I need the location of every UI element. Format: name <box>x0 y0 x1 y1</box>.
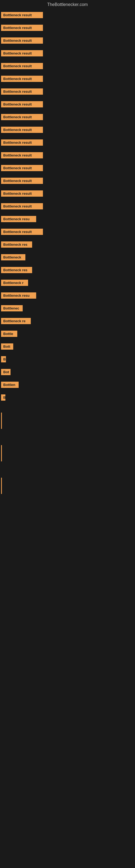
bottleneck-bar-17: Bottleneck result <box>1 229 43 235</box>
bottleneck-bar-7: Bottleneck result <box>1 101 43 107</box>
vertical-line-1 <box>1 412 2 429</box>
bar-row-0: Bottleneck result <box>0 9 135 22</box>
bar-row-7: Bottleneck result <box>0 98 135 111</box>
spacer-3 <box>0 461 135 478</box>
bar-row-23: Bottlenec <box>0 303 135 315</box>
bar-row-5: Bottleneck result <box>0 73 135 86</box>
bar-row-25: Bottle <box>0 328 135 341</box>
bottleneck-bar-3: Bottleneck result <box>1 50 43 56</box>
bar-row-30: B <box>0 392 135 404</box>
bar-row-15: Bottleneck result <box>0 200 135 213</box>
bottleneck-bar-15: Bottleneck result <box>1 203 43 209</box>
bottleneck-bar-23: Bottlenec <box>1 305 23 311</box>
bottleneck-bar-8: Bottleneck result <box>1 114 43 120</box>
site-title: TheBottlenecker.com <box>0 0 135 9</box>
bottleneck-bar-13: Bottleneck result <box>1 178 43 184</box>
bar-row-28: Bot <box>0 366 135 379</box>
bar-row-16: Bottleneck resu <box>0 213 135 226</box>
bottleneck-bar-6: Bottleneck result <box>1 88 43 95</box>
bottleneck-bar-0: Bottleneck result <box>1 12 43 18</box>
bar-row-13: Bottleneck result <box>0 175 135 188</box>
bottleneck-bar-19: Bottleneck <box>1 254 26 260</box>
spacer-1 <box>0 404 135 412</box>
bottleneck-bar-22: Bottleneck resu <box>1 292 36 299</box>
bar-row-9: Bottleneck result <box>0 124 135 137</box>
bar-row-17: Bottleneck result <box>0 226 135 239</box>
bar-row-20: Bottleneck res <box>0 264 135 277</box>
bottleneck-bar-24: Bottleneck re <box>1 318 31 324</box>
bottleneck-bar-16: Bottleneck resu <box>1 216 36 222</box>
bottleneck-bar-4: Bottleneck result <box>1 63 43 69</box>
bottleneck-bar-12: Bottleneck result <box>1 165 43 171</box>
bar-row-11: Bottleneck result <box>0 150 135 162</box>
bar-row-19: Bottleneck <box>0 251 135 264</box>
bottleneck-bar-9: Bottleneck result <box>1 127 43 133</box>
bar-row-18: Bottleneck res <box>0 239 135 251</box>
bottleneck-bar-11: Bottleneck result <box>1 152 43 158</box>
vertical-line-3 <box>1 478 2 494</box>
bar-row-29: Bottlen <box>0 379 135 392</box>
bottleneck-bar-20: Bottleneck res <box>1 267 32 273</box>
bars-container: Bottleneck resultBottleneck resultBottle… <box>0 9 135 404</box>
bar-row-26: Bott <box>0 341 135 353</box>
bottleneck-bar-28: Bot <box>1 369 10 375</box>
bar-row-12: Bottleneck result <box>0 162 135 175</box>
bottleneck-bar-10: Bottleneck result <box>1 140 43 146</box>
bar-row-8: Bottleneck result <box>0 111 135 124</box>
bottleneck-bar-26: Bott <box>1 343 13 350</box>
bottleneck-bar-2: Bottleneck result <box>1 37 43 44</box>
bottleneck-bar-30: B <box>1 394 5 401</box>
bar-row-6: Bottleneck result <box>0 86 135 98</box>
bottleneck-bar-29: Bottlen <box>1 382 18 388</box>
bar-row-3: Bottleneck result <box>0 48 135 60</box>
bar-row-14: Bottleneck result <box>0 188 135 200</box>
bar-row-2: Bottleneck result <box>0 35 135 48</box>
bottleneck-bar-14: Bottleneck result <box>1 190 43 197</box>
bottleneck-bar-25: Bottle <box>1 331 17 337</box>
bar-row-1: Bottleneck result <box>0 22 135 35</box>
vertical-line-2 <box>1 445 2 461</box>
bar-row-27: B <box>0 353 135 366</box>
bottleneck-bar-1: Bottleneck result <box>1 25 43 31</box>
bottleneck-bar-5: Bottleneck result <box>1 76 43 82</box>
bar-row-24: Bottleneck re <box>0 315 135 328</box>
bar-row-21: Bottleneck r <box>0 277 135 290</box>
bottleneck-bar-27: B <box>1 356 6 362</box>
bottleneck-bar-21: Bottleneck r <box>1 280 28 286</box>
bar-row-4: Bottleneck result <box>0 60 135 73</box>
bottleneck-bar-18: Bottleneck res <box>1 241 32 248</box>
bar-row-10: Bottleneck result <box>0 137 135 150</box>
bar-row-22: Bottleneck resu <box>0 290 135 303</box>
spacer-2 <box>0 429 135 445</box>
